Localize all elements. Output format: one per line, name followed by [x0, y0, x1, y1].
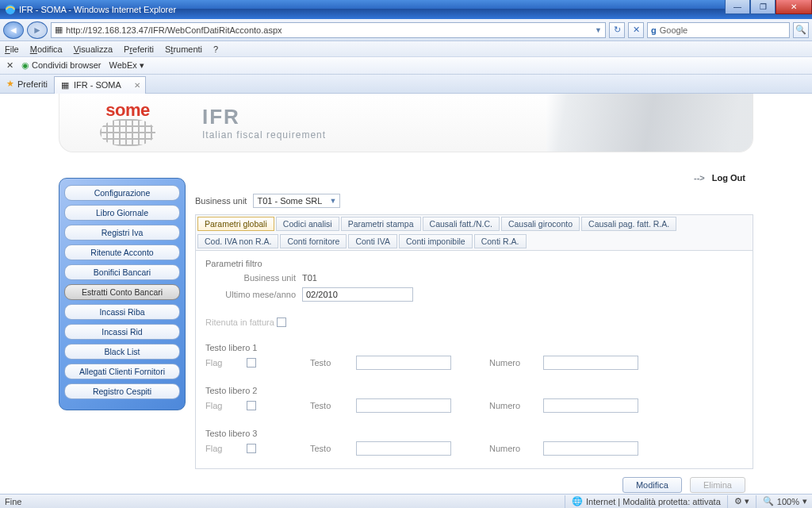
tl1-testo-label: Testo — [310, 358, 350, 368]
menu-help[interactable]: ? — [213, 44, 218, 54]
close-button[interactable]: ✕ — [776, 0, 812, 14]
tab-close-icon[interactable]: ✕ — [134, 81, 140, 90]
search-field[interactable]: g Google — [647, 22, 790, 38]
menu-view[interactable]: Visualizza — [74, 44, 113, 54]
sidebar-item-estratti-conto[interactable]: Estratti Conto Bancari — [64, 284, 180, 300]
url-field[interactable]: ▦ http://192.168.123.47/IFR/WebConfDatiR… — [51, 22, 606, 38]
url-dropdown-icon[interactable]: ▼ — [595, 26, 602, 34]
tl2-numero-input[interactable] — [543, 398, 638, 413]
browser-tabs: ★Preferiti ▦ IFR - SOMA ✕ — [0, 75, 812, 94]
bu-label: Business unit — [195, 196, 247, 206]
stop-button[interactable]: ✕ — [628, 22, 644, 38]
tl2-testo-label: Testo — [310, 401, 350, 410]
search-engine: Google — [660, 25, 688, 35]
sidebar-item-registro-cespiti[interactable]: Registro Cespiti — [64, 383, 180, 399]
tab-label: IFR - SOMA — [74, 80, 121, 90]
menu-edit[interactable]: Modifica — [30, 44, 63, 54]
tab-conti-ra[interactable]: Conti R.A. — [474, 234, 527, 248]
url-text: http://192.168.123.47/IFR/WebConfDatiRit… — [66, 25, 282, 35]
close-share-icon[interactable]: ✕ — [6, 60, 13, 71]
share-browser[interactable]: ◉ Condividi browser — [21, 60, 102, 71]
minimize-button[interactable]: — — [725, 0, 750, 14]
tl3-flag-label: Flag — [205, 444, 240, 453]
tab-parametri-stampa[interactable]: Parametri stampa — [341, 217, 421, 231]
tl3-testo-input[interactable] — [356, 441, 451, 456]
maximize-button[interactable]: ❐ — [750, 0, 776, 14]
star-icon: ★ — [6, 79, 14, 89]
month-input[interactable] — [302, 287, 413, 302]
status-left: Fine — [5, 497, 21, 506]
address-bar: ◄ ► ▦ http://192.168.123.47/IFR/WebConfD… — [0, 19, 812, 41]
tl2-flag[interactable] — [247, 401, 256, 410]
tl2-title: Testo libero 2 — [205, 386, 743, 395]
status-bar: Fine 🌐Internet | Modalità protetta: atti… — [0, 494, 812, 508]
status-zoom[interactable]: 🔍 100% ▾ — [756, 495, 807, 508]
sidebar-item-libro-giornale[interactable]: Libro Giornale — [64, 205, 180, 221]
menu-tools[interactable]: Strumenti — [165, 44, 202, 54]
webex-menu[interactable]: WebEx ▾ — [109, 60, 144, 71]
globe-icon — [100, 119, 155, 146]
tab-conti-fornitore[interactable]: Conti fornitore — [280, 234, 347, 248]
tl2-testo-input[interactable] — [356, 398, 451, 413]
logout-arrow: --> — [694, 173, 705, 183]
tl1-flag[interactable] — [247, 358, 256, 368]
status-zone: 🌐Internet | Modalità protetta: attivata — [565, 495, 721, 508]
inner-tabs: Parametri globali Codici analisi Paramet… — [195, 214, 753, 251]
bu-field-label: Business unit — [205, 273, 302, 283]
sidebar-item-bonifici-bancari[interactable]: Bonifici Bancari — [64, 264, 180, 280]
sidebar-item-incassi-rid[interactable]: Incassi Rid — [64, 324, 180, 340]
sidebar-item-incassi-riba[interactable]: Incassi Riba — [64, 304, 180, 320]
bu-field-value: T01 — [302, 273, 317, 283]
sidebar-item-allegati[interactable]: Allegati Clienti Fornitori — [64, 364, 180, 379]
menu-bar: File Modifica Visualizza Preferiti Strum… — [0, 41, 812, 57]
window-titlebar: IFR - SOMA - Windows Internet Explorer —… — [0, 0, 812, 19]
page-header: some IFR Italian fiscal requirement — [59, 94, 753, 152]
sidebar-item-black-list[interactable]: Black List — [64, 344, 180, 360]
search-button[interactable]: 🔍 — [793, 22, 809, 38]
rit-label: Ritenuta in fattura — [205, 318, 274, 327]
logo: some — [72, 98, 183, 148]
rit-checkbox[interactable] — [277, 318, 286, 327]
tab-conti-iva[interactable]: Conti IVA — [348, 234, 397, 248]
tl1-testo-input[interactable] — [356, 356, 451, 370]
back-button[interactable]: ◄ — [3, 21, 24, 39]
logout-link[interactable]: Log Out — [712, 173, 745, 183]
sidebar-item-configurazione[interactable]: Configurazione — [64, 185, 180, 201]
tl1-numero-input[interactable] — [543, 356, 638, 370]
chevron-down-icon: ▼ — [330, 197, 337, 205]
menu-fav[interactable]: Preferiti — [124, 44, 154, 54]
modify-button[interactable]: Modifica — [622, 477, 682, 493]
tl3-numero-input[interactable] — [543, 441, 638, 456]
tab-codici-analisi[interactable]: Codici analisi — [276, 217, 339, 231]
forward-button[interactable]: ► — [27, 21, 48, 39]
sidebar-item-ritenute-acconto[interactable]: Ritenute Acconto — [64, 244, 180, 260]
tab-causali-giroconto[interactable]: Causali giroconto — [501, 217, 580, 231]
tl3-flag[interactable] — [247, 444, 256, 453]
delete-button: Elimina — [690, 477, 745, 493]
tab-causali-fatt[interactable]: Causali fatt./N.C. — [423, 217, 500, 231]
tl2-numero-label: Numero — [489, 401, 537, 410]
tab-ifr-soma[interactable]: ▦ IFR - SOMA ✕ — [54, 76, 146, 94]
app-title: IFR Italian fiscal requirement — [202, 105, 326, 140]
tab-icon: ▦ — [61, 80, 69, 90]
menu-file[interactable]: File — [5, 44, 19, 54]
logout-area: --> Log Out — [195, 173, 753, 183]
refresh-button[interactable]: ↻ — [609, 22, 625, 38]
sidebar-item-registri-iva[interactable]: Registri Iva — [64, 225, 180, 241]
form-panel: Parametri filtro Business unitT01 Ultimo… — [195, 251, 753, 469]
tl3-numero-label: Numero — [489, 444, 537, 453]
page-icon: ▦ — [55, 25, 63, 35]
google-icon: g — [651, 25, 657, 35]
window-title: IFR - SOMA - Windows Internet Explorer — [19, 5, 176, 14]
ie-icon — [5, 4, 16, 15]
favorites-button[interactable]: ★Preferiti — [0, 79, 54, 89]
tab-cod-iva[interactable]: Cod. IVA non R.A. — [197, 234, 278, 248]
tab-parametri-globali[interactable]: Parametri globali — [197, 217, 274, 231]
status-prot[interactable]: ⚙ ▾ — [727, 495, 749, 508]
tl1-title: Testo libero 1 — [205, 343, 743, 352]
tl2-flag-label: Flag — [205, 401, 240, 410]
main-panel: --> Log Out Business unit T01 - Some SRL… — [195, 173, 753, 493]
tab-causali-pag[interactable]: Causali pag. fatt. R.A. — [581, 217, 676, 231]
tab-conti-imponibile[interactable]: Conti imponibile — [399, 234, 473, 248]
bu-select[interactable]: T01 - Some SRL▼ — [253, 194, 340, 208]
